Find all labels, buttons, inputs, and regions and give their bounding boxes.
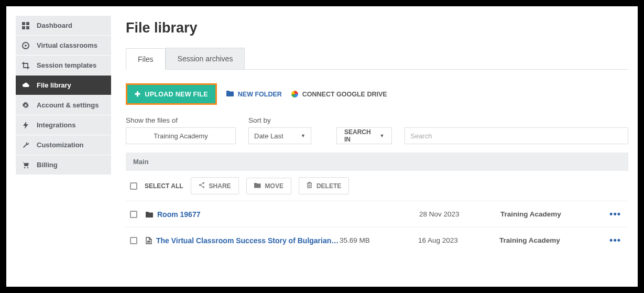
- folder-icon: [146, 211, 153, 218]
- chevron-down-icon: ▼: [301, 133, 305, 138]
- row-owner: Training Academy: [500, 210, 609, 218]
- connect-google-drive-button[interactable]: CONNECT GOOGLE DRIVE: [291, 91, 387, 98]
- select-all-label[interactable]: SELECT ALL: [145, 182, 183, 190]
- google-icon: [291, 91, 298, 97]
- sidebar-item-integrations[interactable]: Integrations: [16, 115, 111, 135]
- sidebar-item-label: Account & settings: [37, 101, 99, 109]
- grid-icon: [22, 22, 29, 29]
- show-files-label: Show the files of: [126, 116, 236, 124]
- table-row[interactable]: The Virtual Classroom Success Story of B…: [126, 227, 628, 253]
- svg-point-10: [199, 184, 200, 186]
- show-files-value: Training Academy: [154, 132, 208, 140]
- sidebar-item-label: Virtual classrooms: [37, 41, 97, 49]
- sidebar-item-billing[interactable]: Billing: [16, 155, 111, 175]
- svg-marker-6: [23, 122, 28, 129]
- delete-button[interactable]: DELETE: [299, 177, 349, 194]
- main-content: File library Files Session archives ✚ UP…: [126, 16, 628, 287]
- select-all-checkbox[interactable]: [130, 182, 137, 190]
- show-files-select[interactable]: Training Academy: [126, 127, 236, 144]
- svg-marker-5: [25, 44, 28, 47]
- plus-icon: ✚: [135, 90, 140, 98]
- folder-icon: [254, 182, 261, 190]
- svg-point-8: [27, 167, 28, 168]
- svg-rect-2: [22, 26, 25, 29]
- row-checkbox[interactable]: [130, 237, 137, 244]
- bolt-icon: [22, 122, 29, 129]
- sidebar: Dashboard Virtual classrooms Session tem…: [16, 16, 111, 287]
- row-checkbox[interactable]: [130, 211, 137, 218]
- sidebar-item-label: Integrations: [37, 121, 75, 129]
- filter-bar: Show the files of Training Academy Sort …: [126, 116, 628, 144]
- sidebar-item-account-settings[interactable]: Account & settings: [16, 95, 111, 115]
- row-date: 28 Nov 2023: [419, 210, 500, 218]
- sidebar-item-file-library[interactable]: File library: [16, 75, 111, 95]
- svg-rect-1: [26, 22, 29, 25]
- row-date: 16 Aug 2023: [418, 236, 499, 244]
- trash-icon: [307, 182, 312, 190]
- sort-by-value: Date Last: [254, 132, 283, 140]
- svg-point-7: [24, 167, 25, 168]
- share-button[interactable]: SHARE: [191, 177, 239, 194]
- cloud-icon: [22, 82, 29, 89]
- share-icon: [199, 182, 205, 190]
- sort-by-select[interactable]: Date Last ▼: [248, 127, 311, 144]
- svg-point-11: [202, 186, 204, 188]
- new-folder-label: NEW FOLDER: [238, 91, 282, 98]
- tab-files[interactable]: Files: [126, 48, 166, 70]
- sidebar-item-label: Customization: [37, 141, 84, 149]
- sidebar-item-dashboard[interactable]: Dashboard: [16, 16, 111, 36]
- move-button[interactable]: MOVE: [246, 178, 291, 194]
- new-folder-button[interactable]: NEW FOLDER: [226, 90, 282, 98]
- sidebar-item-session-templates[interactable]: Session templates: [16, 56, 111, 75]
- search-input[interactable]: [405, 127, 628, 144]
- sidebar-item-customization[interactable]: Customization: [16, 135, 111, 155]
- row-name[interactable]: The Virtual Classroom Success Story of B…: [156, 236, 340, 245]
- table-toolbar: SELECT ALL SHARE MOVE DELETE: [126, 171, 628, 201]
- page-title: File library: [126, 20, 628, 36]
- crop-icon: [22, 62, 29, 69]
- wrench-icon: [22, 142, 29, 149]
- row-menu-button[interactable]: •••: [609, 209, 624, 220]
- svg-rect-3: [26, 26, 29, 29]
- sidebar-item-label: File library: [37, 81, 71, 89]
- tab-session-archives[interactable]: Session archives: [166, 48, 245, 69]
- svg-point-9: [202, 182, 204, 183]
- upload-label: UPLOAD NEW FILE: [145, 91, 208, 98]
- action-bar: ✚ UPLOAD NEW FILE NEW FOLDER CONNECT GOO…: [126, 83, 628, 105]
- sidebar-item-virtual-classrooms[interactable]: Virtual classrooms: [16, 36, 111, 56]
- folder-icon: [226, 90, 234, 98]
- connect-drive-label: CONNECT GOOGLE DRIVE: [302, 91, 387, 98]
- sidebar-item-label: Billing: [37, 161, 58, 169]
- caret-down-icon: ▼: [379, 133, 384, 138]
- row-owner: Training Academy: [499, 236, 609, 244]
- svg-rect-0: [22, 22, 25, 25]
- row-menu-button[interactable]: •••: [609, 235, 624, 246]
- cart-icon: [22, 161, 29, 169]
- sidebar-item-label: Dashboard: [37, 21, 72, 29]
- tabs: Files Session archives: [126, 48, 628, 70]
- table-row[interactable]: Room 19677 28 Nov 2023 Training Academy …: [126, 201, 628, 227]
- row-size: 35.69 MB: [340, 236, 418, 244]
- sidebar-item-label: Session templates: [37, 61, 96, 69]
- breadcrumb[interactable]: Main: [126, 153, 628, 171]
- move-label: MOVE: [265, 182, 283, 190]
- search-in-button[interactable]: SEARCH IN ▼: [336, 127, 392, 144]
- file-list: Room 19677 28 Nov 2023 Training Academy …: [126, 201, 628, 253]
- upload-new-file-button[interactable]: ✚ UPLOAD NEW FILE: [126, 83, 217, 105]
- gear-icon: [22, 102, 29, 109]
- sort-by-label: Sort by: [248, 116, 311, 124]
- delete-label: DELETE: [316, 182, 341, 190]
- file-icon: [146, 237, 152, 244]
- play-circle-icon: [22, 42, 29, 49]
- row-name[interactable]: Room 19677: [157, 210, 341, 219]
- search-in-label: SEARCH IN: [344, 128, 378, 143]
- share-label: SHARE: [209, 182, 231, 190]
